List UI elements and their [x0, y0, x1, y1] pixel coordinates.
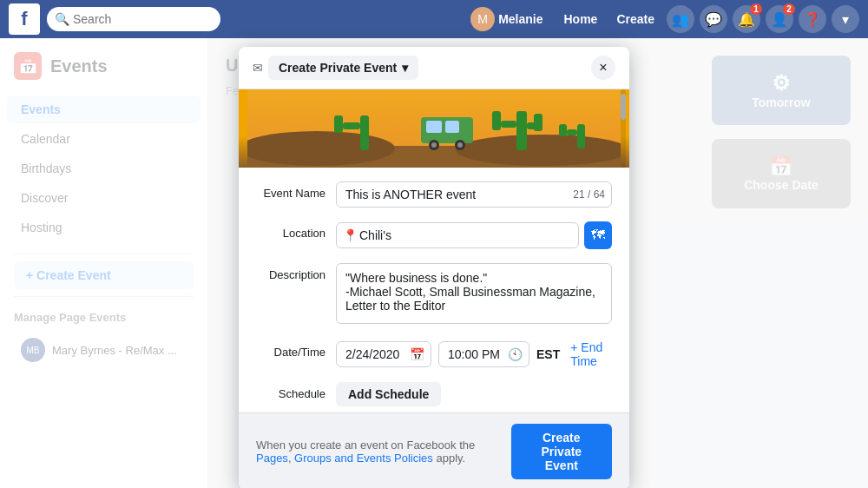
top-navigation: f 🔍 M Melanie Home Create 👥 💬 🔔 1 👤 2 ❓	[0, 0, 868, 38]
event-name-wrap: 21 / 64	[336, 181, 612, 208]
pages-link[interactable]: Pages	[256, 452, 288, 465]
event-type-dropdown[interactable]: Create Private Event ▾	[268, 56, 418, 80]
nav-links: M Melanie Home Create 👥 💬 🔔 1 👤 2 ❓ ▾	[470, 5, 859, 33]
people-icon: 👥	[672, 11, 689, 28]
modal-footer: When you create an event on Facebook the…	[239, 412, 629, 488]
modal-overlay: ✉ Create Private Event ▾ ×	[0, 38, 868, 488]
end-time-link[interactable]: + End Time	[570, 340, 612, 368]
svg-rect-5	[343, 122, 360, 129]
policies-link[interactable]: Policies	[394, 452, 433, 465]
schedule-label: Schedule	[256, 382, 326, 400]
location-label: Location	[256, 221, 326, 240]
footer-text-after: apply.	[433, 452, 465, 465]
form-row-datetime: Date/Time 📅 🕙 EST +	[256, 340, 612, 368]
footer-text-before: When you create an event on Facebook the	[256, 439, 475, 452]
search-icon: 🔍	[55, 12, 69, 26]
modal-header-left: ✉ Create Private Event ▾	[253, 56, 418, 80]
modal-scrollable[interactable]: Event Name 21 / 64 Location 📍	[239, 89, 629, 412]
footer-row: When you create an event on Facebook the…	[256, 424, 612, 479]
account-menu-btn[interactable]: ▾	[832, 5, 859, 33]
user-name: Melanie	[498, 12, 542, 26]
avatar: M	[470, 7, 495, 31]
svg-rect-16	[426, 121, 442, 133]
help-icon: ❓	[804, 11, 821, 28]
svg-rect-6	[334, 115, 343, 133]
modal-close-btn[interactable]: ×	[591, 56, 615, 80]
svg-rect-8	[501, 121, 516, 128]
schedule-wrap: Add Schedule	[336, 382, 612, 406]
form-row-event-name: Event Name 21 / 64	[256, 181, 612, 208]
modal-form: Event Name 21 / 64 Location 📍	[239, 168, 629, 412]
event-name-label: Event Name	[256, 181, 326, 200]
location-wrap: 📍 🗺	[336, 221, 612, 249]
svg-rect-12	[577, 124, 585, 148]
event-name-counter: 21 / 64	[573, 188, 605, 201]
event-name-input[interactable]	[336, 181, 612, 208]
location-field-wrap: 📍 🗺	[336, 221, 612, 249]
location-input[interactable]	[336, 222, 579, 248]
groups-events-link[interactable]: Groups and Events	[294, 452, 391, 465]
envelope-icon: ✉	[253, 61, 263, 75]
location-pin-icon: 📍	[343, 228, 358, 242]
create-event-submit-btn[interactable]: Create Private Event	[511, 424, 612, 479]
create-link[interactable]: Create	[609, 9, 661, 30]
svg-rect-4	[360, 115, 369, 150]
footer-text: When you create an event on Facebook the…	[256, 439, 511, 465]
home-link[interactable]: Home	[557, 9, 605, 30]
form-row-schedule: Schedule Add Schedule	[256, 382, 612, 406]
map-icon: 🗺	[591, 228, 605, 243]
modal-header: ✉ Create Private Event ▾ ×	[239, 47, 629, 89]
svg-rect-11	[534, 114, 542, 131]
help-icon-btn[interactable]: ❓	[799, 5, 826, 33]
event-type-label: Create Private Event	[279, 61, 397, 75]
bell-badge: 1	[750, 3, 762, 15]
svg-rect-14	[559, 124, 567, 136]
svg-point-19	[431, 142, 437, 148]
timezone-label: EST	[536, 347, 560, 361]
datetime-wrap: 📅 🕙 EST + End Time	[336, 340, 612, 368]
add-schedule-btn[interactable]: Add Schedule	[336, 382, 441, 406]
friend-badge: 2	[783, 3, 795, 15]
form-row-description: Description "Where business is done." -M…	[256, 263, 612, 326]
svg-rect-13	[567, 129, 577, 135]
time-input-wrap: 🕙	[438, 341, 529, 367]
description-textarea[interactable]: "Where business is done." -Michael Scott…	[336, 263, 612, 324]
messenger-icon: 💬	[705, 11, 722, 28]
svg-rect-7	[516, 111, 527, 150]
datetime-label: Date/Time	[256, 340, 326, 359]
svg-rect-9	[492, 111, 501, 130]
clock-icon: 🕙	[508, 347, 523, 361]
messenger-icon-btn[interactable]: 💬	[700, 5, 727, 33]
svg-point-21	[457, 142, 463, 148]
facebook-logo: f	[9, 3, 40, 35]
dropdown-arrow-icon: ▾	[402, 61, 408, 75]
datetime-fields: 📅 🕙 EST + End Time	[336, 340, 612, 368]
friend-request-icon-btn[interactable]: 👤 2	[766, 5, 793, 33]
chevron-down-icon: ▾	[842, 11, 849, 28]
description-label: Description	[256, 263, 326, 281]
search-input[interactable]	[47, 7, 220, 31]
calendar-icon: 📅	[410, 347, 424, 361]
create-event-modal: ✉ Create Private Event ▾ ×	[239, 47, 629, 488]
bell-icon-btn[interactable]: 🔔 1	[733, 5, 760, 33]
location-map-btn[interactable]: 🗺	[584, 221, 612, 249]
people-icon-btn[interactable]: 👥	[667, 5, 694, 33]
description-wrap: "Where business is done." -Michael Scott…	[336, 263, 612, 326]
location-input-wrap: 📍	[336, 222, 579, 248]
search-wrap: 🔍	[47, 7, 220, 31]
date-input-wrap: 📅	[336, 341, 431, 367]
form-row-location: Location 📍 🗺	[256, 221, 612, 249]
event-cover-image	[239, 89, 629, 168]
svg-rect-17	[445, 121, 459, 133]
